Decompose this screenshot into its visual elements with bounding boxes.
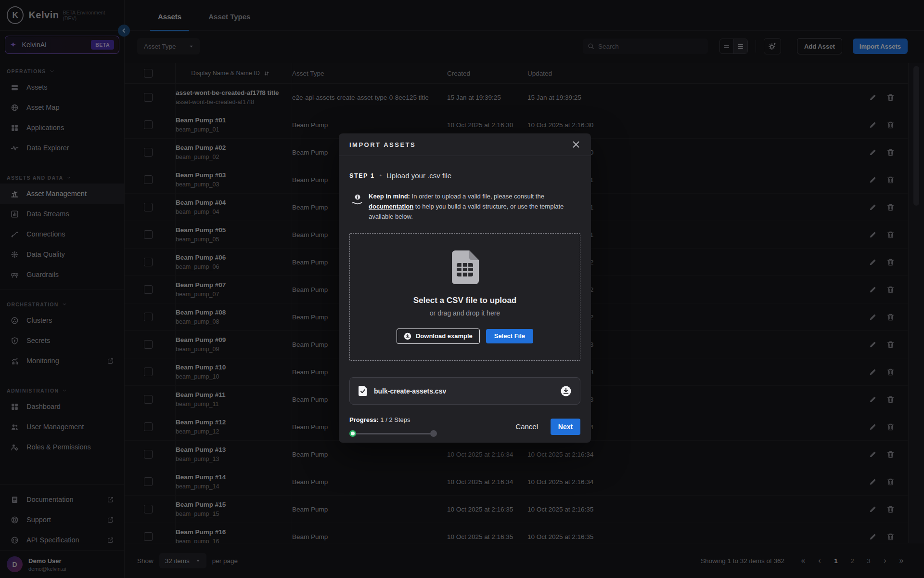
download-example-label: Download example: [416, 332, 473, 340]
file-check-icon: [359, 386, 367, 396]
progress-track: [352, 433, 434, 434]
next-button[interactable]: Next: [551, 419, 580, 435]
note-bold: Keep in mind:: [369, 193, 410, 200]
file-download-icon[interactable]: [561, 386, 571, 396]
cancel-button[interactable]: Cancel: [515, 422, 538, 431]
note-text: Keep in mind: In order to upload a valid…: [369, 191, 580, 222]
progress-knob-current[interactable]: [349, 430, 356, 437]
note-part-1: In order to upload a valid file, please …: [410, 193, 544, 200]
csv-file-icon: [451, 250, 479, 284]
csv-dropzone[interactable]: Select a CSV file to upload or drag and …: [349, 233, 580, 361]
progress-label: Progress: 1 / 2 Steps: [349, 416, 446, 423]
close-icon[interactable]: [572, 140, 580, 149]
download-example-button[interactable]: Download example: [397, 328, 480, 344]
progress-label-bold: Progress:: [349, 416, 379, 423]
step-separator: •: [379, 172, 382, 179]
modal-title: IMPORT ASSETS: [349, 141, 572, 148]
step-title: Upload your .csv file: [386, 171, 451, 180]
uploaded-file-row: bulk-create-assets.csv: [349, 377, 580, 405]
uploaded-file-name: bulk-create-assets.csv: [374, 387, 561, 395]
select-file-button[interactable]: Select File: [486, 329, 533, 343]
hand-info-icon: [351, 193, 364, 206]
import-assets-modal: IMPORT ASSETS STEP 1 • Upload your .csv …: [339, 133, 591, 443]
step-label: STEP 1: [349, 172, 374, 179]
app-screen: K Kelvin BETA Environment (DEV) ✦ Kelvin…: [0, 0, 924, 578]
dropzone-subtitle: or drag and drop it here: [430, 309, 500, 317]
progress-slider: [349, 430, 437, 437]
documentation-link[interactable]: documentation: [369, 203, 413, 210]
download-circle-icon: [404, 332, 411, 340]
progress-knob-end[interactable]: [430, 430, 437, 437]
progress-value: 1 / 2 Steps: [380, 416, 410, 423]
dropzone-title: Select a CSV file to upload: [413, 296, 516, 305]
